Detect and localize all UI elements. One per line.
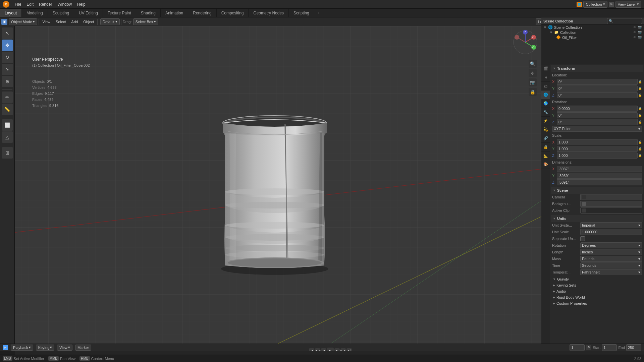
scene-section-header[interactable]: ▼ Scene [551, 187, 643, 194]
tab-uv-editing[interactable]: UV Editing [74, 9, 103, 17]
unit-scale-value[interactable]: 1.000000 [580, 229, 642, 235]
scale-x-field[interactable]: 1.000 [557, 139, 638, 145]
outliner-search[interactable]: 🔍 [607, 18, 642, 24]
scale-x-lock[interactable]: 🔒 [638, 140, 642, 144]
menu-file[interactable]: File [12, 1, 24, 7]
obj-render[interactable]: 📷 [638, 36, 642, 39]
coll-vis[interactable]: 👁 [633, 31, 637, 34]
zoom-in-btn[interactable]: 🔍 [529, 60, 537, 68]
prop-tab-constraints[interactable]: 🔒 [541, 143, 550, 152]
marker-btn[interactable]: Marker [75, 345, 91, 351]
tab-compositing[interactable]: Compositing [217, 9, 249, 17]
tool-rotate[interactable]: ↻ [2, 52, 13, 63]
length-value[interactable]: Inches ▾ [580, 249, 642, 255]
menu-edit[interactable]: Edit [24, 1, 36, 7]
header-view[interactable]: View [40, 19, 52, 24]
rigid-body-section[interactable]: Rigid Body World [551, 294, 643, 300]
navigation-gizmo[interactable]: X Y Z [512, 29, 539, 56]
camera-btn[interactable]: 📷 [529, 78, 537, 86]
keying-sets-section[interactable]: Keying Sets [551, 282, 643, 288]
tool-extra[interactable]: ⊞ [2, 147, 13, 159]
view-layer-dropdown[interactable]: View Layer▾ [615, 1, 641, 8]
header-add[interactable]: Add [69, 19, 80, 24]
loc-y-lock[interactable]: 🔒 [638, 87, 642, 90]
tool-measure[interactable]: 📏 [2, 104, 13, 115]
tab-sculpting[interactable]: Sculpting [48, 9, 74, 17]
rotation-value[interactable]: Degrees ▾ [580, 242, 642, 248]
camera-value[interactable] [580, 194, 642, 200]
rot-y-lock[interactable]: 🔒 [638, 114, 642, 117]
prop-tab-viewlayer[interactable]: 🗂 [541, 82, 550, 90]
tool-scale[interactable]: ⇲ [2, 64, 13, 75]
visibility-icon[interactable]: 👁 [633, 25, 637, 29]
tab-scripting[interactable]: Scripting [289, 9, 314, 17]
custom-props-section[interactable]: Custom Properties [551, 300, 643, 306]
current-frame-input[interactable]: 1 [570, 344, 585, 351]
separate-units-checkbox[interactable] [580, 236, 585, 241]
menu-render[interactable]: Render [36, 1, 55, 7]
lock-btn[interactable]: 🔒 [529, 88, 537, 96]
dim-y-field[interactable]: .3939" [557, 173, 642, 179]
header-select[interactable]: Select [54, 19, 68, 24]
drag-dropdown[interactable]: Select Box▾ [133, 18, 159, 25]
audio-section[interactable]: Audio [551, 288, 643, 294]
viewport[interactable]: User Perspective (1) Collection | Oil_Fi… [15, 26, 541, 344]
rot-z-field[interactable]: 0° [557, 119, 638, 125]
prop-tab-output[interactable]: 🖨 [541, 73, 550, 82]
units-header[interactable]: ▼ Units [551, 215, 643, 222]
dim-z-field[interactable]: .5091" [557, 179, 642, 185]
object-mode-dropdown[interactable]: Object Mode▾ [9, 18, 37, 25]
mass-value[interactable]: Pounds ▾ [580, 256, 642, 262]
active-clip-value[interactable] [580, 207, 642, 214]
tab-modeling[interactable]: Modeling [22, 9, 48, 17]
scene-dropdown[interactable]: Collection▾ [583, 1, 607, 8]
prop-tab-physics[interactable]: 🔗 [541, 134, 550, 143]
tab-rendering[interactable]: Rendering [188, 9, 216, 17]
dim-x-field[interactable]: .3937" [557, 166, 642, 172]
background-value[interactable] [580, 201, 642, 207]
loc-x-field[interactable]: 0° [557, 79, 638, 85]
rot-mode-field[interactable]: XYZ Euler ▾ [552, 126, 642, 132]
rot-y-field[interactable]: 0° [557, 112, 638, 118]
prop-tab-material[interactable]: 🎨 [541, 160, 550, 169]
prop-tab-render[interactable]: 🎬 [541, 64, 550, 73]
tab-add-button[interactable]: + [314, 9, 323, 17]
menu-window[interactable]: Window [55, 1, 74, 7]
keying-btn[interactable]: Keying ▾ [36, 345, 55, 351]
scale-y-field[interactable]: 1.000 [557, 146, 638, 152]
loc-z-lock[interactable]: 🔒 [638, 94, 642, 97]
tab-texture-paint[interactable]: Texture Paint [103, 9, 136, 17]
tab-shading[interactable]: Shading [136, 9, 161, 17]
prop-tab-scene[interactable]: 🌐 [541, 90, 550, 99]
transform-header[interactable]: ▼ Transform [551, 65, 643, 72]
obj-vis[interactable]: 👁 [633, 36, 637, 39]
rot-x-lock[interactable]: 🔒 [638, 107, 642, 110]
start-frame-input[interactable]: 1 [602, 344, 617, 351]
unit-system-value[interactable]: Imperial ▾ [580, 222, 642, 228]
gravity-section[interactable]: Gravity [551, 276, 643, 282]
rot-z-lock[interactable]: 🔒 [638, 120, 642, 124]
tab-animation[interactable]: Animation [161, 9, 188, 17]
orientation-dropdown[interactable]: Default▾ [100, 18, 120, 25]
loc-y-field[interactable]: 0° [557, 85, 638, 92]
outline-collection[interactable]: ▼ 📁 Collection 👁 📷 [541, 30, 644, 35]
loc-z-field[interactable]: 0° [557, 92, 638, 98]
prop-tab-object[interactable]: 🔧 [541, 108, 550, 117]
tab-layout[interactable]: Layout [0, 9, 22, 17]
loc-x-lock[interactable]: 🔒 [638, 80, 642, 83]
outline-scene-collection[interactable]: ▼ 🌐 Scene Collection 👁 📷 [541, 25, 644, 30]
fly-btn[interactable]: ✈ [529, 69, 537, 77]
tool-transform[interactable]: ⊕ [2, 76, 13, 87]
view-btn[interactable]: View ▾ [57, 345, 72, 351]
menu-help[interactable]: Help [74, 1, 88, 7]
prop-tab-modifier[interactable]: ⚡ [541, 117, 550, 125]
end-frame-input[interactable]: 250 [626, 344, 641, 351]
tool-annotate[interactable]: ✏ [2, 92, 13, 103]
prop-tab-data[interactable]: 📐 [541, 152, 550, 160]
scale-z-field[interactable]: 1.000 [557, 153, 638, 159]
scale-z-lock[interactable]: 🔒 [638, 154, 642, 157]
render-icon2[interactable]: 📷 [638, 25, 642, 29]
temperature-value[interactable]: Fahrenheit ▾ [580, 269, 642, 275]
tool-add-cube[interactable]: ⬜ [2, 119, 13, 131]
tool-cursor[interactable]: ↖ [2, 27, 13, 39]
